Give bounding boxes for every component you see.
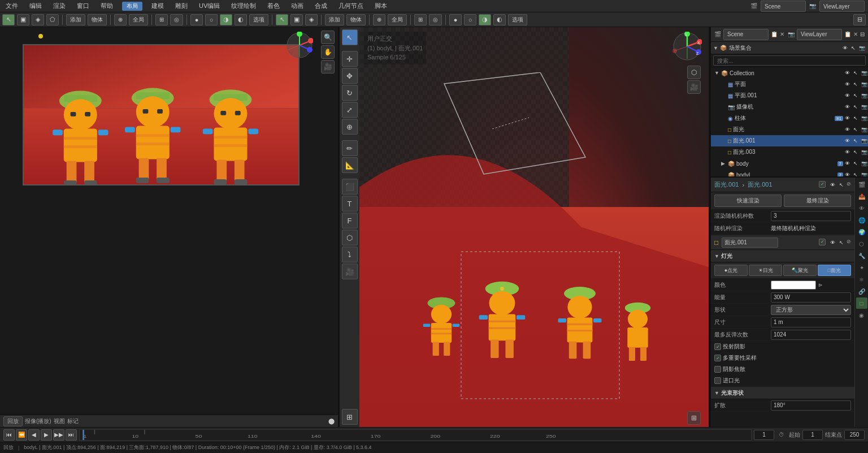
plane-rnd[interactable]: 📷	[860, 80, 868, 88]
measure-tool[interactable]: 📐	[342, 157, 358, 173]
tl-jump-start[interactable]: ⏮	[3, 429, 15, 441]
al1-sel[interactable]: ↖	[852, 137, 860, 145]
size-input[interactable]	[771, 317, 851, 327]
right-panel-toggle[interactable]: ⊟	[853, 14, 866, 25]
select2-lasso[interactable]: ◈	[305, 14, 318, 25]
cursor-tool[interactable]: ✛	[342, 51, 358, 67]
viewport-mode-wire[interactable]: ○	[205, 14, 218, 25]
mi-cb[interactable]	[714, 355, 721, 361]
view-btn[interactable]: 视图	[54, 417, 65, 425]
playback-btn[interactable]: 报像(播放)	[25, 417, 51, 425]
prop-tab-world[interactable]: 🌍	[856, 226, 867, 238]
al3-rnd[interactable]: 📷	[860, 148, 868, 156]
origin-btn2[interactable]: ⊕	[373, 14, 385, 25]
select-tool[interactable]: ↖	[342, 29, 358, 45]
light-type-point[interactable]: ● 点光	[714, 265, 748, 276]
add-menu[interactable]: 添加	[66, 14, 85, 25]
start-frame-input[interactable]	[802, 430, 823, 440]
move-tool[interactable]: ✥	[342, 68, 358, 84]
select-mode-box[interactable]: ▣	[17, 14, 29, 25]
head-dots[interactable]: ⊘	[847, 181, 851, 189]
prop-tab-scene[interactable]: 🌐	[856, 214, 867, 226]
tree-item-plane[interactable]: ▶ ▦ 平面 👁 ↖ 📷	[711, 79, 868, 90]
light-restrict[interactable]: ⊘	[847, 239, 851, 247]
light-eye2[interactable]: 👁	[828, 239, 836, 247]
head-eye-icon[interactable]: 👁	[828, 181, 836, 189]
color-expand[interactable]: ⊳	[818, 282, 823, 288]
viewport-mode-solid[interactable]: ●	[190, 14, 203, 25]
outliner-search[interactable]	[713, 55, 866, 66]
color-swatch[interactable]	[771, 281, 816, 290]
body-sel[interactable]: ↖	[852, 159, 860, 167]
orbit-icon[interactable]: 🎥	[321, 60, 335, 74]
trans-cb[interactable]	[714, 377, 721, 384]
expand-body[interactable]: ▶	[721, 161, 727, 166]
plane-sel[interactable]: ↖	[852, 80, 860, 88]
menu-file[interactable]: 文件	[3, 2, 20, 10]
viewport-options-right[interactable]: 选项	[508, 14, 527, 25]
random-seed-input[interactable]	[771, 211, 851, 221]
object-menu2[interactable]: 物体	[346, 14, 366, 25]
tree-item-bodyL[interactable]: ▶ 📦 bodyL 7 👁 ↖ 📷	[711, 169, 868, 178]
select-mode-brush[interactable]: ◈	[32, 14, 44, 25]
prop-tab-data[interactable]: □	[856, 297, 867, 309]
add-menu2[interactable]: 添加	[325, 14, 344, 25]
menu-layout[interactable]: 布局	[122, 2, 142, 11]
vis-select[interactable]: ↖	[849, 44, 857, 52]
more-tools[interactable]: ⤵	[342, 247, 358, 262]
cam-sel[interactable]: ↖	[852, 103, 860, 111]
tree-item-collection[interactable]: ▼ 📦 Collection 👁 ↖ 📷	[711, 67, 868, 79]
add-cube-tool[interactable]: ⬛	[342, 179, 358, 195]
scale-tool[interactable]: ⤢	[342, 102, 358, 118]
menu-window[interactable]: 窗口	[75, 2, 92, 10]
body-rnd[interactable]: 📷	[860, 159, 868, 167]
menu-shading[interactable]: 着色	[265, 2, 282, 10]
menu-scripting[interactable]: 脚本	[372, 2, 389, 10]
view-solid2[interactable]: ●	[449, 14, 462, 25]
scene-name-header[interactable]: Scene	[761, 1, 806, 12]
prop-tab-material[interactable]: ◉	[856, 309, 867, 321]
light-sel2[interactable]: ↖	[837, 239, 845, 247]
global-btn2[interactable]: 全局	[388, 14, 407, 25]
snap-btn[interactable]: ⊞	[155, 14, 168, 25]
breadcrumb-obj[interactable]: 面光.001	[714, 180, 739, 189]
pan-icon[interactable]: ✋	[321, 45, 335, 59]
prop-tab-view[interactable]: 👁	[856, 202, 867, 214]
shape-select[interactable]: 正方形 矩形 圆形 椭圆	[771, 305, 851, 315]
cast-shadow-cb[interactable]	[714, 343, 721, 350]
vis-eye[interactable]: 👁	[841, 44, 849, 52]
mode-dropdown[interactable]: 回放	[3, 416, 23, 426]
al-eye[interactable]: 👁	[843, 126, 851, 133]
al-sel[interactable]: ↖	[852, 126, 860, 133]
select-mode-lasso[interactable]: ⬠	[46, 14, 59, 25]
snap-btn2[interactable]: ⊞	[414, 14, 427, 25]
add-text-tool[interactable]: T	[342, 196, 358, 212]
al1-eye[interactable]: 👁	[843, 137, 851, 145]
global-btn[interactable]: 全局	[129, 14, 148, 25]
restrict-checkbox[interactable]	[819, 181, 826, 188]
al-rnd[interactable]: 📷	[860, 126, 868, 133]
expand-input[interactable]	[771, 400, 851, 411]
end-frame-input[interactable]	[844, 430, 865, 440]
prop-tab-output[interactable]: 📤	[856, 191, 867, 202]
breadcrumb-data[interactable]: 面光.001	[748, 180, 772, 189]
p001-eye[interactable]: 👁	[843, 92, 851, 100]
frame-ruler[interactable]: 1 10 50 110 140 170 200 220 250	[79, 429, 752, 441]
add-force-tool[interactable]: F	[342, 213, 358, 228]
expand-collection[interactable]: ▼	[714, 70, 720, 76]
light-name-input[interactable]	[722, 238, 778, 248]
transform-tool[interactable]: ⊕	[342, 119, 358, 135]
scene-name-input[interactable]	[723, 29, 769, 40]
tl-jump-end[interactable]: ⏭	[66, 429, 77, 441]
bodyL-rnd[interactable]: 📷	[860, 171, 868, 178]
prop-tab-object[interactable]: ⬡	[856, 238, 867, 249]
tree-item-body[interactable]: ▶ 📦 body 7 👁 ↖ 📷	[711, 158, 868, 169]
origin-btn[interactable]: ⊕	[114, 14, 127, 25]
col-eye[interactable]: 👁	[843, 69, 851, 77]
sc-cb[interactable]	[714, 366, 721, 373]
menu-modeling[interactable]: 建模	[149, 2, 166, 10]
prop-tab-render[interactable]: 🎬	[856, 179, 867, 190]
light-type-sun[interactable]: ☀ 日光	[749, 265, 782, 276]
p001-rnd[interactable]: 📷	[860, 92, 868, 100]
tl-back-frame[interactable]: ◀	[28, 429, 40, 441]
